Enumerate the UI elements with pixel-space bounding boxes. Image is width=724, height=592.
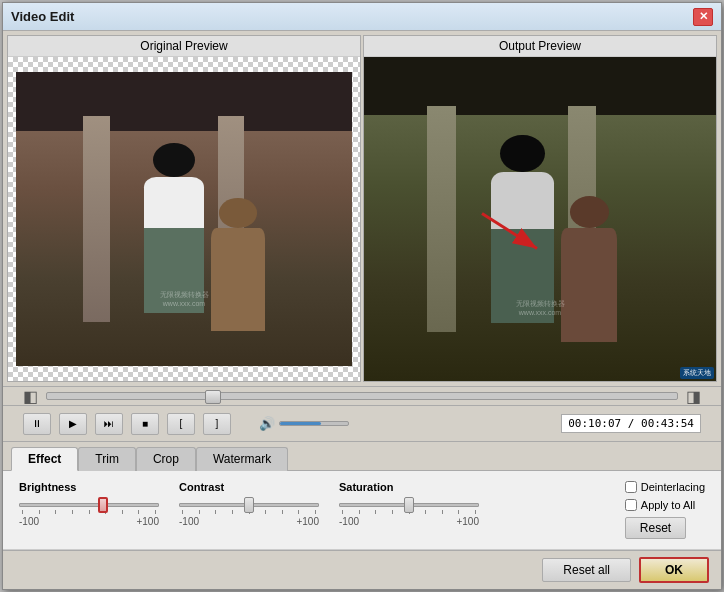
apply-to-all-row: Apply to All (625, 499, 705, 511)
tab-effect-label: Effect (28, 452, 61, 466)
brightness-label: Brightness (19, 481, 159, 493)
stop-button[interactable]: ■ (131, 413, 159, 435)
contrast-thumb[interactable] (244, 497, 254, 513)
play-icon: ▶ (69, 418, 77, 429)
volume-icon: 🔊 (259, 416, 275, 431)
output-preview-content: 无限视频转换器www.xxx.com 系统天地 (364, 57, 716, 381)
output-preview-label: Output Preview (364, 36, 716, 57)
brightness-slider-container[interactable] (19, 497, 159, 513)
output-watermark-text: 无限视频转换器www.xxx.com (516, 299, 565, 316)
apply-to-all-label: Apply to All (641, 499, 695, 511)
timeline-right-icon[interactable]: ◨ (686, 387, 701, 406)
scene-ceiling (16, 72, 352, 131)
play-button[interactable]: ▶ (59, 413, 87, 435)
deinterlacing-label: Deinterlacing (641, 481, 705, 493)
output-character-2 (561, 196, 617, 342)
bottom-bar: Reset all OK (3, 550, 721, 589)
original-preview-pane: Original Preview (7, 35, 361, 382)
brightness-range: -100 +100 (19, 516, 159, 527)
tab-watermark-label: Watermark (213, 452, 271, 466)
contrast-range: -100 +100 (179, 516, 319, 527)
tab-crop-label: Crop (153, 452, 179, 466)
deinterlacing-checkbox[interactable] (625, 481, 637, 493)
controls-area: ⏸ ▶ ⏭ ■ [ ] 🔊 00:10:07 / 00:43:54 (3, 406, 721, 442)
saturation-thumb[interactable] (404, 497, 414, 513)
saturation-min: -100 (339, 516, 359, 527)
brightness-group: Brightness -100 +100 (19, 481, 159, 527)
volume-fill (280, 422, 321, 425)
tab-effect[interactable]: Effect (11, 447, 78, 471)
watermark-text: 无限视频转换器www.xxx.com (160, 290, 209, 307)
step-icon: ⏭ (104, 418, 114, 429)
saturation-slider-container[interactable] (339, 497, 479, 513)
title-bar: Video Edit ✕ (3, 3, 721, 31)
sliders-row: Brightness -100 +100 (19, 481, 705, 539)
mark-out-button[interactable]: ] (203, 413, 231, 435)
tabs-area: Effect Trim Crop Watermark (3, 442, 721, 471)
mark-in-button[interactable]: [ (167, 413, 195, 435)
reset-button[interactable]: Reset (625, 517, 686, 539)
stop-icon: ■ (142, 418, 148, 429)
ok-button[interactable]: OK (639, 557, 709, 583)
original-video-frame: 无限视频转换器www.xxx.com (16, 72, 352, 366)
deinterlacing-row: Deinterlacing (625, 481, 705, 493)
scene-character-2 (211, 198, 265, 330)
output-scene: 无限视频转换器www.xxx.com (364, 57, 716, 381)
timeline-area: ◧ ◨ (3, 386, 721, 406)
pause-icon: ⏸ (32, 418, 42, 429)
original-preview-content: 无限视频转换器www.xxx.com (8, 57, 360, 381)
contrast-max: +100 (296, 516, 319, 527)
brightness-thumb[interactable] (98, 497, 108, 513)
tab-crop[interactable]: Crop (136, 447, 196, 471)
saturation-max: +100 (456, 516, 479, 527)
mark-in-icon: [ (180, 418, 183, 429)
tab-trim[interactable]: Trim (78, 447, 136, 471)
mark-out-icon: ] (216, 418, 219, 429)
close-button[interactable]: ✕ (693, 8, 713, 26)
brightness-max: +100 (136, 516, 159, 527)
tab-watermark[interactable]: Watermark (196, 447, 288, 471)
brightness-min: -100 (19, 516, 39, 527)
contrast-min: -100 (179, 516, 199, 527)
original-preview-label: Original Preview (8, 36, 360, 57)
right-controls: Deinterlacing Apply to All Reset (625, 481, 705, 539)
timeline-track[interactable] (46, 392, 678, 400)
svg-line-1 (482, 214, 537, 249)
logo-badge: 系统天地 (680, 367, 714, 379)
output-preview-pane: Output Preview (363, 35, 717, 382)
brightness-ticks (20, 510, 158, 514)
original-scene: 无限视频转换器www.xxx.com (16, 72, 352, 366)
scene-pillar-left (83, 116, 110, 322)
output-pillar-left (427, 106, 455, 333)
window-title: Video Edit (11, 9, 74, 24)
saturation-label: Saturation (339, 481, 479, 493)
contrast-label: Contrast (179, 481, 319, 493)
contrast-group: Contrast -100 +100 (179, 481, 319, 527)
timeline-left-icon[interactable]: ◧ (23, 387, 38, 406)
brightness-track (19, 503, 159, 507)
step-forward-button[interactable]: ⏭ (95, 413, 123, 435)
preview-area: Original Preview (3, 31, 721, 386)
apply-to-all-checkbox[interactable] (625, 499, 637, 511)
tab-trim-label: Trim (95, 452, 119, 466)
effect-panel: Brightness -100 +100 (3, 471, 721, 550)
time-display: 00:10:07 / 00:43:54 (561, 414, 701, 433)
main-window: Video Edit ✕ Original Preview (2, 2, 722, 590)
red-arrow-overlay (472, 204, 552, 267)
volume-area: 🔊 (259, 416, 349, 431)
output-video-frame: 无限视频转换器www.xxx.com (364, 57, 716, 381)
contrast-slider-container[interactable] (179, 497, 319, 513)
scene-character-1 (144, 143, 204, 314)
output-ceiling (364, 57, 716, 115)
reset-all-button[interactable]: Reset all (542, 558, 631, 582)
timeline-thumb[interactable] (205, 390, 221, 404)
pause-button[interactable]: ⏸ (23, 413, 51, 435)
saturation-group: Saturation -100 +100 (339, 481, 479, 527)
volume-track[interactable] (279, 421, 349, 426)
saturation-range: -100 +100 (339, 516, 479, 527)
